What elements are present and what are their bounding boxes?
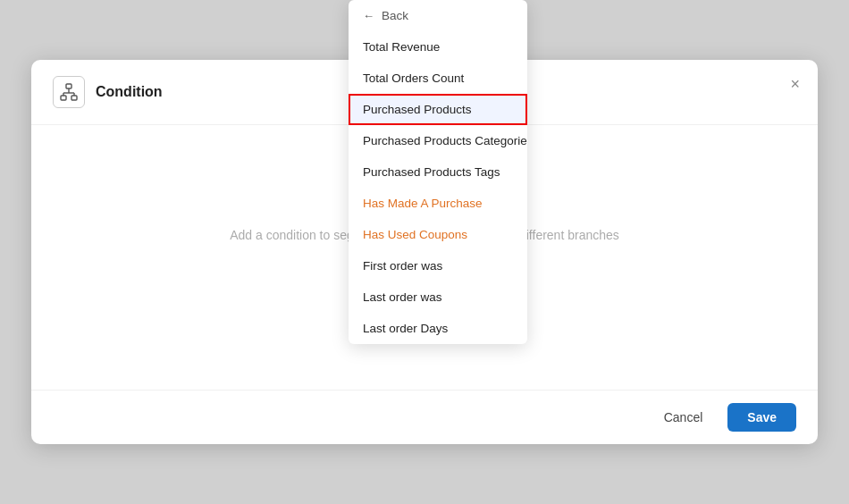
back-label: Back <box>382 9 408 22</box>
purchased-products-categories-label: Purchased Products Categories <box>363 134 527 147</box>
condition-icon <box>53 76 85 108</box>
back-arrow-icon: ← <box>363 9 374 22</box>
modal-footer: Cancel Save <box>31 390 818 444</box>
cancel-button[interactable]: Cancel <box>650 403 718 432</box>
total-revenue-label: Total Revenue <box>363 40 440 54</box>
dropdown-item-purchased-products-tags[interactable]: Purchased Products Tags <box>349 156 527 188</box>
last-order-days-label: Last order Days <box>363 322 448 335</box>
dropdown-item-total-revenue[interactable]: Total Revenue <box>349 31 527 63</box>
modal-overlay: Condition × Add a condition to segment u… <box>0 0 849 504</box>
dropdown-item-purchased-products[interactable]: Purchased Products <box>349 94 527 125</box>
svg-rect-1 <box>61 96 66 100</box>
dropdown-item-first-order-was[interactable]: First order was <box>349 250 527 281</box>
dropdown-item-has-used-coupons[interactable]: Has Used Coupons <box>349 219 527 250</box>
purchased-products-tags-label: Purchased Products Tags <box>363 165 500 179</box>
dropdown-item-last-order-was[interactable]: Last order was <box>349 281 527 313</box>
svg-rect-2 <box>71 96 77 100</box>
dropdown-item-last-order-days[interactable]: Last order Days <box>349 313 527 344</box>
save-button[interactable]: Save <box>727 403 796 432</box>
has-made-a-purchase-label: Has Made A Purchase <box>363 197 483 210</box>
dropdown-item-total-orders-count[interactable]: Total Orders Count <box>349 63 527 94</box>
dropdown-menu: ← Back Total Revenue Total Orders Count … <box>349 0 527 344</box>
first-order-was-label: First order was <box>363 259 442 273</box>
has-used-coupons-label: Has Used Coupons <box>363 228 467 241</box>
dropdown-item-has-made-a-purchase[interactable]: Has Made A Purchase <box>349 188 527 219</box>
last-order-was-label: Last order was <box>363 290 442 304</box>
dropdown-item-purchased-products-categories[interactable]: Purchased Products Categories <box>349 125 527 156</box>
purchased-products-label: Purchased Products <box>363 103 472 116</box>
dropdown-back[interactable]: ← Back <box>349 0 527 31</box>
modal-title: Condition <box>96 84 163 100</box>
close-button[interactable]: × <box>790 76 800 92</box>
svg-rect-0 <box>66 84 71 88</box>
total-orders-count-label: Total Orders Count <box>363 71 464 85</box>
